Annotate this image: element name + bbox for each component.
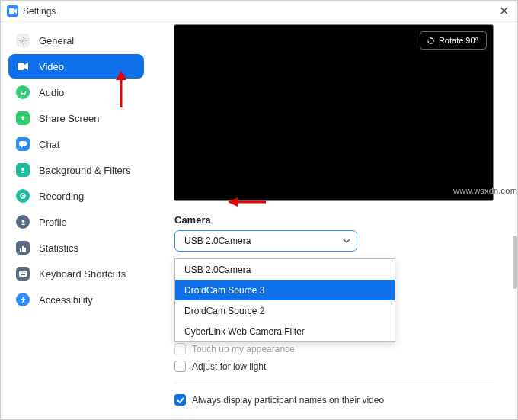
sidebar-item-statistics[interactable]: Statistics <box>8 236 144 260</box>
svg-rect-12 <box>20 272 21 273</box>
camera-selected-value: USB 2.0Camera <box>184 236 343 246</box>
svg-rect-9 <box>22 246 24 252</box>
camera-option[interactable]: DroidCam Source 3 <box>175 280 395 300</box>
svg-point-6 <box>22 195 24 197</box>
svg-point-7 <box>21 220 24 223</box>
touch-up-row[interactable]: Touch up my appearance <box>174 343 508 354</box>
camera-section-title: Camera <box>174 214 508 226</box>
close-button[interactable]: ✕ <box>496 4 511 19</box>
sidebar-label: Recording <box>39 191 84 202</box>
svg-rect-15 <box>24 272 25 273</box>
camera-option[interactable]: DroidCam Source 2 <box>175 300 395 321</box>
names-row[interactable]: Always display participant names on thei… <box>174 394 508 406</box>
sidebar-label: Video <box>39 61 64 72</box>
window-title: Settings <box>23 6 56 17</box>
svg-rect-16 <box>21 274 25 275</box>
sidebar-item-recording[interactable]: Recording <box>8 184 144 208</box>
camera-option[interactable]: USB 2.0Camera <box>175 259 395 280</box>
svg-rect-10 <box>24 248 26 252</box>
checkbox-checked[interactable] <box>174 394 186 406</box>
audio-icon <box>16 85 30 99</box>
video-preview: Rotate 90° <box>174 25 493 200</box>
sidebar-label: Chat <box>39 139 59 150</box>
sidebar-label: Share Screen <box>39 113 100 124</box>
sidebar-item-audio[interactable]: Audio <box>8 80 144 104</box>
sidebar-label: Audio <box>39 87 64 98</box>
gear-icon <box>16 34 30 47</box>
keyboard-icon <box>16 267 30 281</box>
names-label: Always display participant names on thei… <box>192 395 384 406</box>
svg-point-1 <box>22 40 24 42</box>
svg-rect-13 <box>21 272 22 273</box>
sidebar-label: General <box>39 35 74 46</box>
video-icon <box>16 59 30 73</box>
chat-icon <box>16 137 30 151</box>
checkbox-unchecked[interactable] <box>174 343 186 354</box>
divider <box>174 383 493 383</box>
svg-rect-2 <box>18 63 24 70</box>
sidebar-item-background[interactable]: Background & Filters <box>8 158 144 182</box>
svg-point-4 <box>21 168 24 171</box>
touch-up-label: Touch up my appearance <box>192 344 295 354</box>
camera-option[interactable]: CyberLink Web Camera Filter <box>175 321 395 341</box>
sidebar-item-share-screen[interactable]: Share Screen <box>8 106 144 130</box>
camera-dropdown: USB 2.0Camera DroidCam Source 3 DroidCam… <box>174 258 395 342</box>
sidebar-item-keyboard[interactable]: Keyboard Shortcuts <box>8 261 144 286</box>
accessibility-icon <box>16 293 30 306</box>
sidebar-item-accessibility[interactable]: Accessibility <box>8 287 144 312</box>
sidebar-label: Accessibility <box>39 294 93 306</box>
sidebar-item-video[interactable]: Video <box>8 54 144 79</box>
svg-rect-0 <box>9 8 14 14</box>
svg-rect-8 <box>20 248 21 252</box>
rotate-icon <box>427 37 435 45</box>
sidebar-item-general[interactable]: General <box>8 28 144 53</box>
settings-sidebar: General Video Audio Share Screen Chat Ba… <box>1 22 152 418</box>
rotate-button[interactable]: Rotate 90° <box>420 31 487 50</box>
sidebar-label: Keyboard Shortcuts <box>39 268 126 280</box>
camera-select[interactable]: USB 2.0Camera <box>174 230 357 252</box>
app-icon <box>7 5 18 17</box>
low-light-row[interactable]: Adjust for low light <box>174 361 508 372</box>
sidebar-item-chat[interactable]: Chat <box>8 132 144 156</box>
checkbox-unchecked[interactable] <box>174 361 186 372</box>
svg-point-17 <box>22 297 24 298</box>
svg-rect-11 <box>19 271 27 277</box>
sidebar-label: Statistics <box>39 242 78 254</box>
sidebar-item-profile[interactable]: Profile <box>8 210 144 234</box>
chevron-down-icon <box>343 237 350 245</box>
background-icon <box>16 163 30 177</box>
scrollbar-thumb[interactable] <box>513 236 517 289</box>
svg-rect-14 <box>23 272 24 273</box>
share-screen-icon <box>16 111 30 125</box>
title-bar: Settings ✕ <box>1 1 517 22</box>
recording-icon <box>16 189 30 203</box>
statistics-icon <box>16 241 30 255</box>
main-panel: Rotate 90° Camera USB 2.0Camera USB 2.0C… <box>152 22 517 418</box>
low-light-label: Adjust for low light <box>192 361 266 372</box>
sidebar-label: Background & Filters <box>39 165 131 176</box>
profile-icon <box>16 215 30 229</box>
svg-rect-3 <box>19 141 27 146</box>
rotate-label: Rotate 90° <box>439 36 478 45</box>
sidebar-label: Profile <box>39 216 67 228</box>
